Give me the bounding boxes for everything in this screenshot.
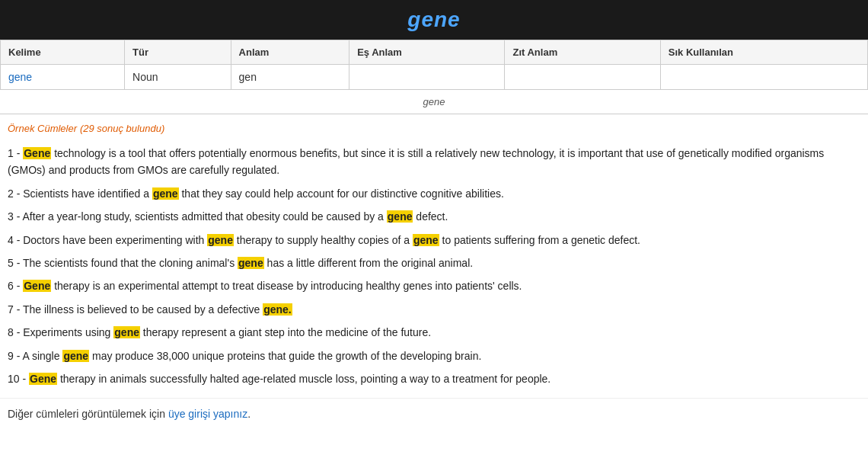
table-row: gene Noun gen xyxy=(1,65,868,90)
word-type: Noun xyxy=(125,65,231,90)
sentence-5: 5 - The scientists found that the clonin… xyxy=(8,252,860,274)
sentence-2: 2 - Scientists have identified a gene th… xyxy=(8,182,860,205)
sentence-3: 3 - After a year-long study, scientists … xyxy=(8,205,860,228)
sentence-1: 1 - Gene technology is a tool that offer… xyxy=(8,142,860,182)
highlight-4a: gene xyxy=(207,234,234,246)
sentences-container: 1 - Gene technology is a tool that offer… xyxy=(0,139,868,398)
page-title: gene xyxy=(407,8,460,31)
col-sik-kullanilan: Sık Kullanılan xyxy=(660,40,867,65)
highlight-9: gene xyxy=(62,350,89,362)
word-cell: gene xyxy=(1,65,125,90)
sentence-4: 4 - Doctors have been experimenting with… xyxy=(8,229,860,252)
gene-bar: gene xyxy=(0,90,868,114)
highlight-4b: gene xyxy=(413,234,439,246)
word-common xyxy=(660,65,867,90)
highlight-5: gene xyxy=(238,257,264,269)
highlight-2: gene xyxy=(152,187,179,200)
highlight-7: gene. xyxy=(263,303,292,316)
col-zit-anlam: Zıt Anlam xyxy=(505,40,660,65)
section-title: Örnek Cümleler (29 sonuç bulundu) xyxy=(0,114,868,139)
sentence-10: 10 - Gene therapy in animals successfull… xyxy=(8,367,860,390)
word-synonym xyxy=(349,65,505,90)
highlight-10: Gene xyxy=(29,373,57,385)
col-anlam: Anlam xyxy=(231,40,349,65)
word-antonym xyxy=(505,65,660,90)
login-link[interactable]: üye girişi yapınız xyxy=(168,408,247,420)
sentence-8: 8 - Experiments using gene therapy repre… xyxy=(8,321,860,344)
sentence-9: 9 - A single gene may produce 38,000 uni… xyxy=(8,344,860,367)
highlight-6: Gene xyxy=(23,280,51,292)
highlight-1: Gene xyxy=(23,147,51,159)
header: gene xyxy=(0,0,868,40)
col-tur: Tür xyxy=(125,40,231,65)
col-es-anlam: Eş Anlam xyxy=(349,40,505,65)
word-table: Kelime Tür Anlam Eş Anlam Zıt Anlam Sık … xyxy=(0,40,868,90)
sentence-6: 6 - Gene therapy is an experimental atte… xyxy=(8,274,860,297)
col-kelime: Kelime xyxy=(1,40,125,65)
highlight-8: gene xyxy=(113,326,140,338)
word-link[interactable]: gene xyxy=(8,71,32,83)
footer-note: Diğer cümleleri görüntülemek için üye gi… xyxy=(0,398,868,429)
sentence-7: 7 - The illness is believed to be caused… xyxy=(8,298,860,321)
word-meaning: gen xyxy=(231,65,349,90)
highlight-3: gene xyxy=(387,210,413,223)
